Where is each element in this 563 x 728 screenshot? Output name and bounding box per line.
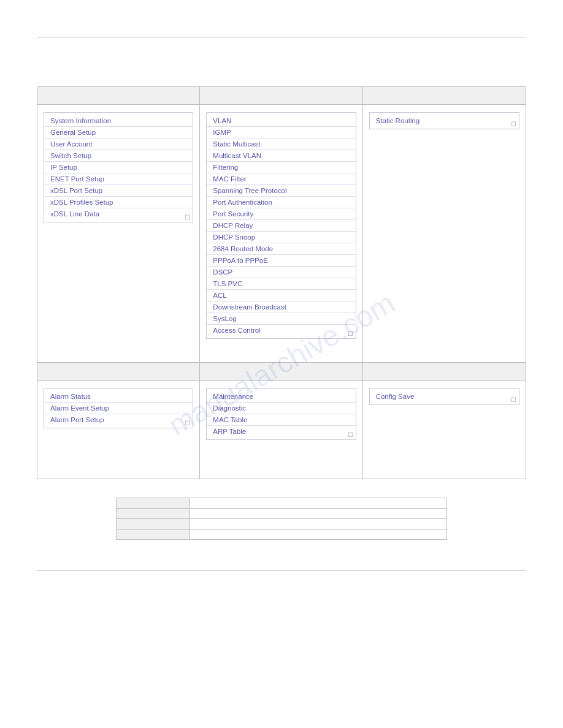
menu-downstream-broadcast[interactable]: Downstream Broadcast	[207, 301, 355, 313]
menu-static-multicast[interactable]: Static Multicast	[207, 138, 355, 150]
menu-system-information[interactable]: System Information	[44, 115, 193, 127]
menu-mac-table[interactable]: MAC Table	[207, 414, 355, 426]
col1-menu-box: System Information General Setup User Ac…	[44, 112, 193, 222]
menu-tls-pvc[interactable]: TLS PVC	[207, 278, 355, 290]
grid-second-header-row	[37, 362, 526, 381]
table-row	[117, 529, 447, 540]
table-cell-row3-col2	[190, 529, 446, 540]
second-col2-menu-box: Maintenance Diagnostic MAC Table ARP Tab…	[206, 388, 356, 440]
menu-mac-filter[interactable]: MAC Filter	[207, 173, 355, 185]
top-divider	[37, 37, 526, 37]
menu-diagnostic[interactable]: Diagnostic	[207, 403, 355, 414]
menu-xdsl-line-data[interactable]: xDSL Line Data	[44, 208, 193, 219]
col2-menu-box: VLAN IGMP Static Multicast Multicast VLA…	[206, 112, 356, 339]
grid-second-body-col3: Config Save ☐	[363, 381, 526, 479]
menu-vlan[interactable]: VLAN	[207, 115, 355, 127]
table-header-col2	[190, 498, 446, 509]
main-grid: System Information General Setup User Ac…	[37, 86, 526, 479]
grid-header-col1	[37, 87, 200, 104]
table-row	[117, 519, 447, 529]
grid-second-body-row: Alarm Status Alarm Event Setup Alarm Por…	[37, 381, 526, 479]
menu-ip-setup[interactable]: IP Setup	[44, 162, 193, 173]
col3-scroll-icon: ☐	[511, 121, 516, 127]
grid-second-header-col2	[200, 363, 362, 380]
bottom-divider	[37, 571, 526, 571]
grid-header-row	[37, 87, 526, 105]
menu-syslog[interactable]: SysLog	[207, 313, 355, 325]
table-row	[117, 509, 447, 519]
menu-alarm-event-setup[interactable]: Alarm Event Setup	[44, 403, 193, 414]
table-cell-row2-col1	[117, 519, 190, 529]
menu-port-authentication[interactable]: Port Authentication	[207, 197, 355, 208]
grid-second-body-col2: Maintenance Diagnostic MAC Table ARP Tab…	[200, 381, 362, 479]
table-header-row	[117, 498, 447, 509]
menu-config-save[interactable]: Config Save	[370, 391, 519, 402]
grid-body-col3: Static Routing ☐	[363, 105, 526, 362]
table-cell-row2-col2	[190, 519, 446, 529]
grid-second-header-col3	[363, 363, 526, 380]
grid-body-col1: System Information General Setup User Ac…	[37, 105, 200, 362]
menu-xdsl-port-setup[interactable]: xDSL Port Setup	[44, 185, 193, 197]
menu-xdsl-profiles-setup[interactable]: xDSL Profiles Setup	[44, 197, 193, 208]
grid-second-header-col1	[37, 363, 200, 380]
second-col3-scroll-icon: ☐	[511, 396, 516, 403]
menu-dscp[interactable]: DSCP	[207, 267, 355, 278]
menu-igmp[interactable]: IGMP	[207, 127, 355, 138]
menu-alarm-status[interactable]: Alarm Status	[44, 391, 193, 403]
second-col1-menu-box: Alarm Status Alarm Event Setup Alarm Por…	[44, 388, 193, 428]
menu-dhcp-snoop[interactable]: DHCP Snoop	[207, 232, 355, 243]
menu-maintenance[interactable]: Maintenance	[207, 391, 355, 403]
menu-switch-setup[interactable]: Switch Setup	[44, 150, 193, 162]
menu-acl[interactable]: ACL	[207, 290, 355, 301]
menu-alarm-port-setup[interactable]: Alarm Port Setup	[44, 414, 193, 425]
menu-enet-port-setup[interactable]: ENET Port Setup	[44, 173, 193, 185]
table-header-col1	[117, 498, 190, 509]
menu-access-control[interactable]: Access Control	[207, 325, 355, 336]
second-col1-scroll-icon: ☐	[185, 420, 190, 427]
menu-port-security[interactable]: Port Security	[207, 208, 355, 220]
menu-user-account[interactable]: User Account	[44, 138, 193, 150]
table-cell-row1-col2	[190, 509, 446, 519]
grid-header-col2	[200, 87, 362, 104]
menu-2684-routed-mode[interactable]: 2684 Routed Mode	[207, 243, 355, 255]
bottom-table	[116, 498, 447, 540]
col2-scroll-icon: ☐	[348, 330, 353, 337]
menu-dhcp-relay[interactable]: DHCP Relay	[207, 220, 355, 232]
menu-general-setup[interactable]: General Setup	[44, 127, 193, 138]
menu-pppoa-to-pppoe[interactable]: PPPoA to PPPoE	[207, 255, 355, 267]
second-col3-menu-box: Config Save ☐	[369, 388, 519, 405]
menu-multicast-vlan[interactable]: Multicast VLAN	[207, 150, 355, 162]
menu-spanning-tree-protocol[interactable]: Spanning Tree Protocol	[207, 185, 355, 197]
bottom-table-wrapper	[37, 498, 526, 540]
grid-second-body-col1: Alarm Status Alarm Event Setup Alarm Por…	[37, 381, 200, 479]
menu-arp-table[interactable]: ARP Table	[207, 426, 355, 437]
menu-static-routing[interactable]: Static Routing	[370, 115, 519, 126]
col3-menu-box: Static Routing ☐	[369, 112, 519, 129]
col1-scroll-icon: ☐	[185, 214, 190, 221]
menu-filtering[interactable]: Filtering	[207, 162, 355, 173]
grid-header-col3	[363, 87, 526, 104]
table-cell-row1-col1	[117, 509, 190, 519]
grid-body-row: System Information General Setup User Ac…	[37, 105, 526, 362]
table-cell-row3-col1	[117, 529, 190, 540]
second-col2-scroll-icon: ☐	[348, 431, 353, 438]
grid-body-col2: VLAN IGMP Static Multicast Multicast VLA…	[200, 105, 362, 362]
